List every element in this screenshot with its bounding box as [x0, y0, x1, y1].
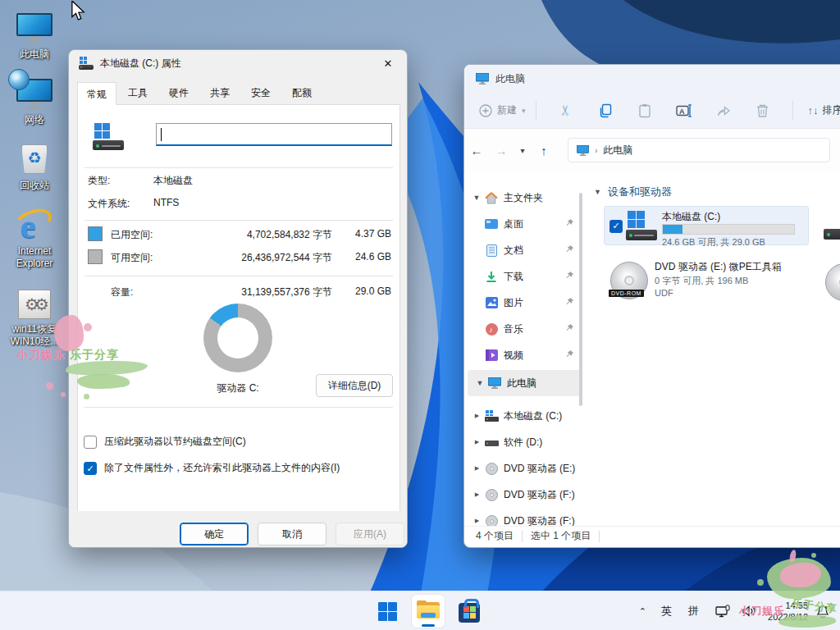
- desktop-icon-this-pc[interactable]: 此电脑: [3, 7, 66, 61]
- hidden-icons-chevron[interactable]: ⌃: [639, 606, 646, 617]
- desktop-folder-icon: [484, 218, 499, 230]
- network-icon: [16, 79, 52, 110]
- tab-tools[interactable]: 工具: [118, 81, 158, 104]
- close-button[interactable]: ✕: [369, 50, 407, 76]
- desktop-icon-network[interactable]: 网络: [3, 72, 66, 126]
- sort-button[interactable]: ↑↓ 排序: [808, 103, 840, 117]
- desktop-icon-label: Internet Explorer: [16, 245, 53, 270]
- tab-hardware[interactable]: 硬件: [159, 81, 199, 104]
- tab-sharing[interactable]: 共享: [200, 81, 240, 104]
- drive-c-tile[interactable]: ✓ 本地磁盘 (C:) 24.6 GB 可用, 共 29.0 GB: [604, 206, 809, 245]
- chevron-down-icon: ▼: [471, 194, 482, 202]
- selection-checkbox[interactable]: ✓: [609, 220, 623, 233]
- dialog-title: 本地磁盘 (C:) 属性: [100, 57, 181, 71]
- back-button[interactable]: ←: [464, 144, 489, 158]
- sidebar-item-documents[interactable]: 文档: [464, 237, 586, 263]
- status-divider: [599, 531, 600, 542]
- chevron-down-icon: ▼: [474, 379, 486, 387]
- desktop-icon-internet-explorer[interactable]: e Internet Explorer: [3, 203, 66, 270]
- capacity-bytes: 31,139,557,376 字节: [144, 285, 332, 299]
- status-divider: [522, 531, 523, 542]
- volume-label-input[interactable]: [156, 123, 392, 146]
- text-caret: [161, 128, 162, 141]
- network-icon[interactable]: [715, 605, 730, 618]
- sidebar-item-drive-c[interactable]: ▼ 本地磁盘 (C:): [464, 403, 586, 429]
- sidebar-item-videos[interactable]: 视频: [464, 342, 586, 368]
- sidebar-item-drive-d[interactable]: ▼ 软件 (D:): [464, 429, 586, 455]
- separator: [84, 407, 393, 408]
- sidebar-item-label: 视频: [504, 349, 523, 363]
- scissors-icon: ✂: [557, 104, 574, 116]
- sidebar-item-pictures[interactable]: 图片: [464, 290, 586, 316]
- tray-time: 14:55: [768, 600, 808, 611]
- chevron-down-icon: ▼: [594, 188, 601, 196]
- sidebar-item-label: 下载: [504, 270, 523, 284]
- dialog-titlebar[interactable]: 本地磁盘 (C:) 属性 ✕: [69, 50, 407, 76]
- start-button[interactable]: [371, 595, 404, 628]
- sidebar-item-dvd-e[interactable]: ▼ DVD 驱动器 (E:): [464, 455, 586, 482]
- compress-checkbox-row[interactable]: 压缩此驱动器以节约磁盘空间(C): [84, 435, 387, 449]
- drive-d-icon-partial[interactable]: [824, 214, 840, 242]
- forward-button[interactable]: →: [489, 144, 514, 158]
- taskbar-file-explorer[interactable]: [412, 595, 445, 628]
- usage-donut-chart: [203, 304, 272, 372]
- sidebar-item-label: DVD 驱动器 (E:): [504, 462, 575, 476]
- notification-bell-icon[interactable]: z: [815, 604, 830, 619]
- checkbox-unchecked[interactable]: [84, 436, 97, 449]
- ime-language-indicator[interactable]: 英: [661, 604, 672, 619]
- volume-icon[interactable]: [742, 605, 756, 618]
- index-checkbox-row[interactable]: ✓ 除了文件属性外，还允许索引此驱动器上文件的内容(I): [84, 461, 395, 475]
- explorer-titlebar[interactable]: 此电脑: [464, 65, 840, 93]
- apply-button[interactable]: 应用(A): [336, 523, 404, 546]
- dvd-drive-item[interactable]: DVD-ROM DVD 驱动器 (E:) 微PE工具箱 0 字节 可用, 共 1…: [599, 258, 812, 306]
- sidebar-scrollbar[interactable]: [579, 193, 582, 406]
- up-button[interactable]: ↑: [532, 144, 556, 158]
- sidebar-item-dvd-partial[interactable]: ▼ DVD 驱动器 (F:): [464, 508, 586, 526]
- desktop-icon-win11-restore[interactable]: ⚙⚙ win11恢复 WIN10经...: [3, 281, 66, 348]
- tab-general[interactable]: 常规: [77, 82, 116, 105]
- sidebar-item-desktop[interactable]: 桌面: [464, 211, 586, 237]
- compress-checkbox-label: 压缩此驱动器以节约磁盘空间(C): [104, 435, 246, 449]
- this-pc-icon: [476, 73, 489, 84]
- chevron-right-icon: ▼: [472, 463, 481, 474]
- tab-quota[interactable]: 配额: [282, 81, 322, 104]
- cancel-button[interactable]: 取消: [258, 523, 326, 546]
- paste-button[interactable]: [631, 97, 659, 125]
- new-button[interactable]: 新建 ▾: [479, 103, 526, 117]
- ok-button[interactable]: 确定: [180, 523, 249, 546]
- cut-button[interactable]: ✂: [552, 97, 580, 125]
- sidebar-item-this-pc[interactable]: ▼ 此电脑: [468, 370, 582, 396]
- details-button[interactable]: 详细信息(D): [316, 374, 393, 397]
- taskbar-microsoft-store[interactable]: [453, 595, 486, 628]
- desktop-icon-label: win11恢复 WIN10经...: [11, 323, 59, 348]
- sidebar-item-label: DVD 驱动器 (F:): [504, 488, 575, 502]
- clock[interactable]: 14:55 2022/8/12: [768, 600, 808, 623]
- copy-button[interactable]: [591, 97, 619, 125]
- group-header-devices[interactable]: ▼ 设备和驱动器: [594, 185, 672, 199]
- checkbox-checked[interactable]: ✓: [84, 462, 97, 475]
- dialog-tabs: 常规 工具 硬件 共享 安全 配额: [69, 81, 407, 104]
- type-value: 本地磁盘: [153, 174, 193, 188]
- sidebar-item-dvd-f[interactable]: ▼ DVD 驱动器 (F:): [464, 482, 586, 508]
- sidebar-item-label: 此电脑: [507, 377, 536, 390]
- delete-button[interactable]: [749, 97, 777, 125]
- share-button[interactable]: [710, 97, 737, 125]
- recent-locations-chevron[interactable]: ▾: [514, 146, 532, 155]
- toolbar-divider: [792, 101, 793, 121]
- sidebar-item-home[interactable]: ▼ 主文件夹: [464, 185, 586, 211]
- ime-pinyin-indicator[interactable]: 拼: [688, 604, 699, 619]
- rename-button[interactable]: A: [670, 97, 698, 125]
- tab-security[interactable]: 安全: [241, 81, 281, 104]
- desktop: 此电脑 网络 ♻ 回收站 e Internet Explorer ⚙⚙ win1…: [0, 0, 840, 630]
- separator: [84, 276, 393, 276]
- dvd-icon-partial[interactable]: [825, 263, 840, 301]
- capacity-size: 29.0 GB: [337, 285, 391, 297]
- sidebar-item-music[interactable]: ♪ 音乐: [464, 316, 586, 342]
- sidebar-item-downloads[interactable]: 下载: [464, 263, 586, 290]
- chevron-right-icon: ▼: [472, 515, 481, 526]
- type-label: 类型:: [88, 174, 153, 188]
- this-pc-icon: [577, 145, 589, 156]
- address-bar[interactable]: › 此电脑: [568, 138, 830, 162]
- desktop-icon-recycle-bin[interactable]: ♻ 回收站: [3, 138, 66, 192]
- breadcrumb-root[interactable]: 此电脑: [603, 144, 632, 158]
